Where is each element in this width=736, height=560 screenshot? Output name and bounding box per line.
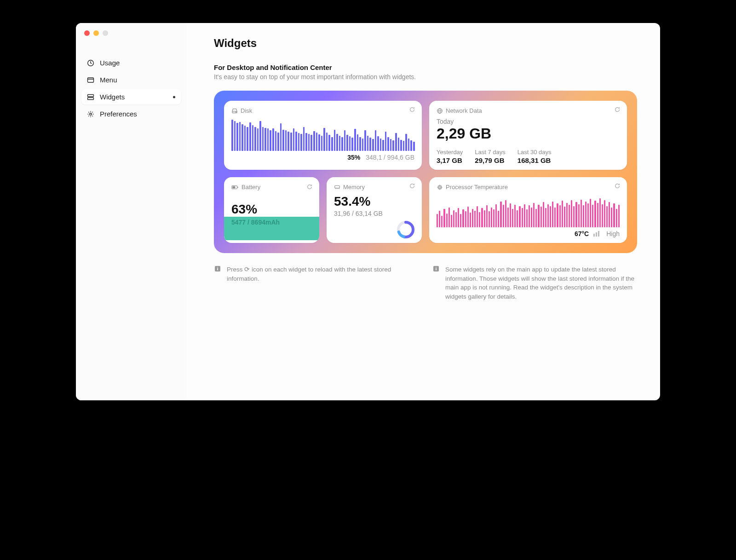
svg-rect-13 [237, 186, 238, 188]
widgets-preview: Disk 35% 348,1 / 994,6 GB Network Data [214, 91, 637, 253]
stat-label: Yesterday [437, 149, 463, 156]
battery-detail: 5477 / 8694mAh [231, 219, 312, 226]
sidebar-item-menu[interactable]: Menu [81, 72, 181, 87]
app-window: Usage Menu Widgets Preferences Widgets F… [76, 23, 660, 400]
disk-detail: 348,1 / 994,6 GB [366, 154, 414, 161]
processor-temp-value: 67°C [575, 230, 589, 237]
stat-value: 3,17 GB [437, 156, 463, 164]
memory-detail: 31,96 / 63,14 GB [334, 210, 414, 217]
widget-title: Battery [242, 184, 260, 191]
info-notes: Press ⟳ icon on each widget to reload wi… [214, 265, 637, 301]
disk-chart [231, 118, 414, 151]
widget-processor-temp: Processor Temperature 67°C High [429, 177, 627, 243]
svg-rect-14 [335, 185, 340, 188]
svg-rect-33 [217, 268, 218, 271]
sidebar: Usage Menu Widgets Preferences [76, 23, 186, 400]
svg-rect-23 [439, 186, 441, 188]
sidebar-item-preferences[interactable]: Preferences [81, 106, 181, 121]
network-today-value: 2,29 GB [437, 125, 620, 142]
section-subtitle: For Desktop and Notification Center [214, 64, 637, 71]
window-controls [84, 30, 108, 36]
cpu-icon [437, 184, 443, 191]
sidebar-item-widgets[interactable]: Widgets [81, 89, 181, 104]
svg-point-7 [236, 112, 236, 112]
widgets-icon [87, 93, 94, 101]
network-stat: Last 30 days168,31 GB [518, 149, 552, 164]
processor-status-label: High [606, 230, 620, 237]
battery-icon [231, 184, 239, 191]
svg-rect-3 [88, 94, 94, 97]
svg-rect-22 [438, 185, 442, 189]
memory-percent: 53.4% [334, 194, 414, 209]
widget-network: Network Data Today 2,29 GB Yesterday3,17… [429, 101, 627, 170]
svg-rect-32 [217, 267, 218, 268]
widget-title: Disk [241, 107, 252, 114]
svg-rect-36 [436, 268, 437, 271]
reload-button[interactable] [306, 184, 313, 190]
info-note: Press ⟳ icon on each widget to reload wi… [214, 265, 419, 301]
svg-rect-1 [88, 78, 94, 82]
info-icon [214, 265, 221, 301]
reload-button[interactable] [614, 106, 621, 113]
sidebar-item-label: Usage [100, 59, 120, 67]
widget-title: Network Data [446, 107, 482, 114]
sidebar-item-label: Widgets [100, 93, 125, 101]
stat-value: 168,31 GB [518, 156, 552, 164]
page-title: Widgets [214, 37, 637, 50]
svg-point-5 [90, 113, 92, 115]
reload-button[interactable] [409, 106, 415, 113]
zoom-window-button[interactable] [103, 30, 108, 36]
window-icon [87, 76, 94, 84]
disk-percent: 35% [347, 154, 360, 161]
stat-label: Last 30 days [518, 149, 552, 156]
reload-button[interactable] [614, 183, 621, 189]
network-stats-row: Yesterday3,17 GBLast 7 days29,79 GBLast … [437, 149, 620, 164]
widget-title: Processor Temperature [446, 184, 508, 191]
globe-icon [437, 108, 443, 114]
widget-battery: Battery 63% 5477 / 8694mAh [224, 177, 319, 243]
network-today-label: Today [437, 118, 620, 125]
sidebar-item-label: Preferences [100, 110, 137, 118]
active-indicator-icon [173, 96, 175, 98]
widget-disk: Disk 35% 348,1 / 994,6 GB [224, 101, 422, 170]
minimize-window-button[interactable] [93, 30, 99, 36]
svg-rect-12 [232, 186, 235, 188]
bars-icon [593, 231, 602, 237]
svg-rect-4 [88, 98, 94, 100]
note-text: Press ⟳ icon on each widget to reload wi… [227, 265, 419, 301]
network-stat: Last 7 days29,79 GB [475, 149, 506, 164]
widget-title: Memory [343, 184, 365, 191]
svg-rect-29 [596, 232, 597, 237]
memory-icon [334, 184, 340, 191]
info-icon [432, 265, 440, 301]
memory-donut-chart [396, 220, 415, 239]
sidebar-item-usage[interactable]: Usage [81, 55, 181, 70]
reload-button[interactable] [409, 183, 415, 189]
clock-icon [87, 59, 94, 67]
close-window-button[interactable] [84, 30, 90, 36]
disk-icon [231, 108, 238, 114]
note-text: Some widgets rely on the main app to upd… [445, 265, 637, 301]
gear-icon [87, 110, 94, 118]
main-content: Widgets For Desktop and Notification Cen… [186, 23, 660, 400]
battery-fill: 5477 / 8694mAh [224, 217, 319, 240]
svg-rect-35 [436, 267, 437, 268]
section-description: It's easy to stay on top of your most im… [214, 73, 637, 81]
stat-value: 29,79 GB [475, 156, 506, 164]
svg-rect-30 [598, 231, 599, 237]
processor-chart [437, 194, 620, 227]
info-note: Some widgets rely on the main app to upd… [432, 265, 637, 301]
widget-memory: Memory 53.4% 31,96 / 63,14 GB [327, 177, 422, 243]
battery-percent: 63% [224, 201, 319, 217]
sidebar-item-label: Menu [100, 76, 117, 84]
stat-label: Last 7 days [475, 149, 506, 156]
svg-rect-28 [593, 234, 595, 237]
disk-footer: 35% 348,1 / 994,6 GB [231, 154, 414, 161]
network-stat: Yesterday3,17 GB [437, 149, 463, 164]
